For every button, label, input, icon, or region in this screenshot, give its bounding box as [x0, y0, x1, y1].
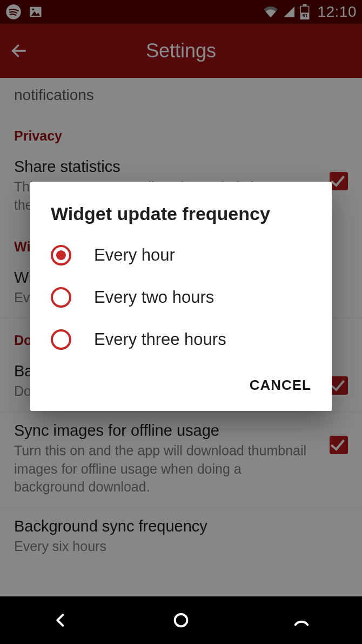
- radio-option-every-hour[interactable]: Every hour: [30, 234, 332, 276]
- radio-option-every-three-hours[interactable]: Every three hours: [30, 318, 332, 361]
- radio-label: Every two hours: [94, 288, 214, 307]
- dialog-widget-frequency: Widget update frequency Every hour Every…: [30, 182, 332, 411]
- radio-icon: [51, 245, 71, 265]
- nav-back-button[interactable]: [1, 596, 120, 644]
- radio-icon: [51, 329, 71, 350]
- nav-home-button[interactable]: [121, 596, 240, 644]
- radio-label: Every three hours: [94, 330, 226, 349]
- cancel-button[interactable]: CANCEL: [242, 371, 319, 399]
- radio-option-every-two-hours[interactable]: Every two hours: [30, 276, 332, 318]
- radio-icon: [51, 287, 71, 308]
- svg-point-9: [175, 614, 187, 627]
- radio-label: Every hour: [94, 245, 175, 265]
- screen: Customise how you receive BBC News app n…: [0, 0, 362, 644]
- nav-recent-button[interactable]: [242, 596, 361, 644]
- navigation-bar: [0, 596, 362, 644]
- dialog-title: Widget update frequency: [30, 182, 332, 234]
